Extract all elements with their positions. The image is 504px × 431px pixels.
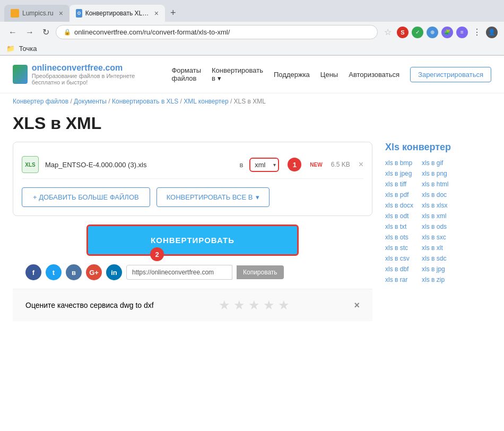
copy-url-button[interactable]: Копировать [237, 265, 284, 279]
nav-formats[interactable]: Форматы файлов [171, 66, 201, 82]
back-button[interactable]: ← [6, 25, 19, 39]
sidebar-link-png[interactable]: xls в png [422, 170, 448, 177]
ext-icon-1[interactable]: S [397, 27, 409, 38]
tab-favicon-converter: ⚙ [76, 9, 82, 18]
convert-button[interactable]: КОНВЕРТИРОВАТЬ [86, 225, 299, 256]
breadcrumb-item-1[interactable]: Документы [74, 98, 107, 105]
star-5[interactable]: ★ [278, 298, 290, 313]
nav-login[interactable]: Авторизоваться [349, 71, 399, 79]
sidebar-link-jpg[interactable]: xls в jpg [422, 265, 448, 273]
bookmark-star-icon[interactable]: ☆ [382, 27, 394, 38]
sidebar-link-ots[interactable]: xls в ots [385, 234, 413, 241]
converter-area: XLS Map_ENTSO-E-4.000.000 (3).xls в xml … [13, 142, 372, 321]
url-bar[interactable]: 🔒 onlineconvertfree.com/ru/convert-forma… [56, 25, 378, 39]
convert-button-wrapper: КОНВЕРТИРОВАТЬ 2 [13, 216, 372, 264]
sidebar-link-zip[interactable]: xls в zip [422, 276, 448, 283]
share-url-input[interactable] [126, 265, 232, 280]
star-2[interactable]: ★ [233, 298, 245, 313]
sidebar-columns: xls в bmp xls в jpeg xls в tiff xls в pd… [385, 159, 491, 283]
sidebar-link-jpeg[interactable]: xls в jpeg [385, 170, 413, 177]
sidebar-link-xml[interactable]: xls в xml [422, 212, 448, 220]
tab-title-converter: Конвертировать XLS в XML онл... [85, 10, 149, 17]
bookmark-folder-icon: 📁 [6, 45, 15, 53]
linkedin-share-button[interactable]: in [106, 264, 122, 280]
sidebar-link-xlsx[interactable]: xls в xlsx [422, 202, 448, 209]
star-3[interactable]: ★ [248, 298, 260, 313]
sidebar-link-html[interactable]: xls в html [422, 180, 448, 188]
convert-all-arrow-icon: ▾ [256, 193, 259, 201]
breadcrumb-item-3[interactable]: XML конвертер [184, 98, 228, 105]
register-button[interactable]: Зарегистрироваться [410, 67, 491, 82]
sidebar-link-tiff[interactable]: xls в tiff [385, 180, 413, 188]
sidebar-link-csv[interactable]: xls в csv [385, 255, 413, 262]
forward-button[interactable]: → [23, 25, 36, 39]
tab-converter[interactable]: ⚙ Конвертировать XLS в XML онл... × [69, 5, 165, 22]
sidebar-title: Xls конвертер [385, 142, 491, 153]
sidebar-link-sdc[interactable]: xls в sdc [422, 255, 448, 262]
add-files-button[interactable]: + ДОБАВИТЬ БОЛЬШЕ ФАЙЛОВ [22, 187, 150, 207]
profile-icon[interactable]: 👤 [486, 27, 498, 38]
menu-button[interactable]: ⋮ [471, 27, 483, 38]
sidebar-col-2: xls в gif xls в png xls в html xls в doc… [422, 159, 448, 283]
tab-close-lumpics[interactable]: × [59, 9, 63, 18]
sidebar-link-xlt[interactable]: xls в xlt [422, 244, 448, 252]
sidebar-link-bmp[interactable]: xls в bmp [385, 159, 413, 167]
ext-icon-3[interactable]: ⊕ [427, 27, 438, 38]
ext-icon-4[interactable]: 🧩 [441, 27, 453, 38]
rating-close-button[interactable]: × [354, 300, 360, 311]
sidebar-link-docx[interactable]: xls в docx [385, 202, 413, 209]
file-row: XLS Map_ENTSO-E-4.000.000 (3).xls в xml … [22, 151, 363, 179]
url-text: onlineconvertfree.com/ru/convert-format/… [74, 28, 370, 36]
breadcrumb-item-2[interactable]: Конвертировать в XLS [112, 98, 178, 105]
facebook-share-button[interactable]: f [25, 264, 41, 280]
tab-close-converter[interactable]: × [154, 9, 159, 18]
sidebar: Xls конвертер xls в bmp xls в jpeg xls в… [385, 142, 491, 321]
file-close-button[interactable]: × [359, 160, 363, 169]
sidebar-link-gif[interactable]: xls в gif [422, 159, 448, 167]
browser-chrome: Lumpics.ru × ⚙ Конвертировать XLS в XML … [0, 0, 504, 56]
sidebar-link-txt[interactable]: xls в txt [385, 223, 413, 230]
ext-icon-2[interactable]: ✓ [412, 27, 423, 38]
action-row: + ДОБАВИТЬ БОЛЬШЕ ФАЙЛОВ КОНВЕРТИРОВАТЬ … [22, 179, 363, 207]
sidebar-link-ods[interactable]: xls в ods [422, 223, 448, 230]
star-rating[interactable]: ★ ★ ★ ★ ★ [219, 298, 290, 313]
twitter-share-button[interactable]: t [46, 264, 62, 280]
sidebar-link-doc[interactable]: xls в doc [422, 191, 448, 199]
breadcrumb-item-4: XLS в XML [234, 98, 266, 105]
sidebar-link-stc[interactable]: xls в stc [385, 244, 413, 252]
file-name-label: Map_ENTSO-E-4.000.000 (3).xls [45, 161, 233, 169]
toolbar-icons: ☆ S ✓ ⊕ 🧩 ≡ ⋮ 👤 [382, 27, 498, 38]
star-1[interactable]: ★ [219, 298, 230, 313]
ext-icon-5[interactable]: ≡ [456, 27, 468, 38]
sidebar-col-1: xls в bmp xls в jpeg xls в tiff xls в pd… [385, 159, 413, 283]
bookmark-label[interactable]: Точка [19, 45, 37, 53]
logo-area: onlineconvertfree.com Преобразование фай… [13, 63, 155, 85]
nav-convert[interactable]: Конвертировать в ▾ [212, 66, 263, 82]
tab-bar: Lumpics.ru × ⚙ Конвертировать XLS в XML … [0, 0, 504, 22]
tab-favicon-lumpics [11, 9, 19, 18]
nav-support[interactable]: Поддержка [274, 71, 310, 79]
reload-button[interactable]: ↻ [40, 25, 51, 39]
convert-all-button[interactable]: КОНВЕРТИРОВАТЬ ВСЕ В ▾ [157, 187, 270, 207]
sidebar-link-odt[interactable]: xls в odt [385, 212, 413, 220]
format-select[interactable]: xml csv json [255, 161, 274, 169]
converter-box: XLS Map_ENTSO-E-4.000.000 (3).xls в xml … [13, 142, 372, 216]
address-bar: ← → ↻ 🔒 onlineconvertfree.com/ru/convert… [0, 22, 504, 42]
vkontakte-share-button[interactable]: в [66, 264, 82, 280]
annotation-2: 2 [150, 247, 164, 261]
new-badge: NEW [310, 162, 322, 168]
googleplus-share-button[interactable]: G+ [86, 264, 102, 280]
format-select-wrapper: xml csv json ▾ [249, 158, 279, 172]
breadcrumb: Конвертер файлов / Документы / Конвертир… [0, 93, 504, 109]
site-name: onlineconvertfree.com [32, 63, 156, 73]
sidebar-link-dbf[interactable]: xls в dbf [385, 265, 413, 273]
sidebar-link-pdf[interactable]: xls в pdf [385, 191, 413, 199]
sidebar-link-sxc[interactable]: xls в sxc [422, 234, 448, 241]
tab-lumpics[interactable]: Lumpics.ru × [4, 5, 69, 22]
file-size-label: 6.5 KB [331, 161, 350, 168]
sidebar-link-rar[interactable]: xls в rar [385, 276, 413, 283]
nav-prices[interactable]: Цены [320, 71, 338, 79]
breadcrumb-item-0[interactable]: Конвертер файлов [13, 98, 68, 105]
star-4[interactable]: ★ [263, 298, 275, 313]
new-tab-button[interactable]: + [165, 4, 181, 22]
